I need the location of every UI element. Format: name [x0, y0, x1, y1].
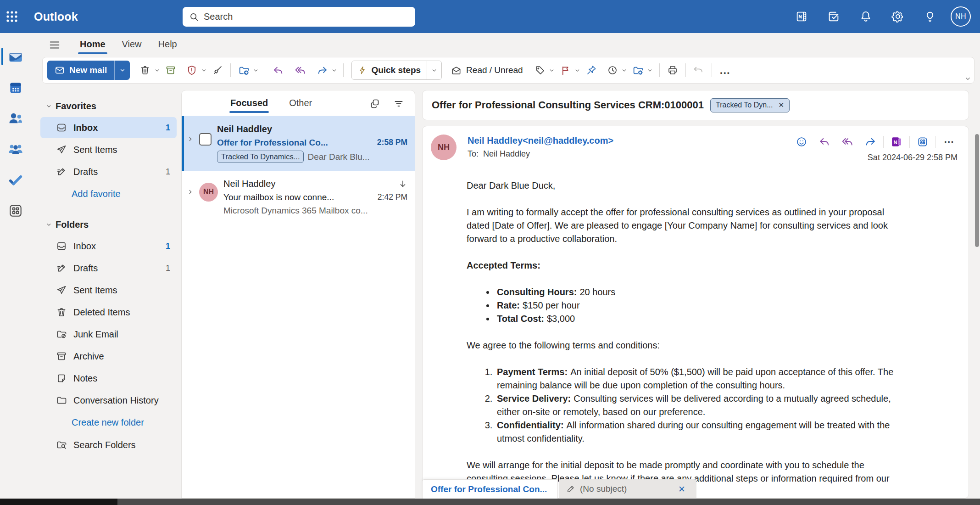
- tab-focused[interactable]: Focused: [229, 92, 269, 114]
- rail-mail-button[interactable]: [0, 41, 31, 72]
- bell-icon: [859, 10, 872, 23]
- to-recipient[interactable]: Neil Haddley: [483, 149, 530, 159]
- rail-people-button[interactable]: [0, 103, 31, 134]
- tracked-to-dynamics-badge[interactable]: Tracked To Dyn... ✕: [710, 98, 790, 112]
- app-launcher-button[interactable]: [0, 0, 24, 33]
- reply-all-button[interactable]: [291, 60, 309, 80]
- add-favorite-link[interactable]: Add favorite: [31, 183, 121, 205]
- favorite-sent-items[interactable]: Sent Items: [40, 139, 177, 160]
- reply-button[interactable]: [813, 133, 836, 151]
- rules-dropdown[interactable]: [645, 60, 655, 80]
- message-time: 2:58 PM: [373, 138, 407, 147]
- term-item: Rate:$150 per hour: [495, 299, 894, 312]
- expand-chevron-icon[interactable]: [185, 136, 195, 142]
- draft-tab-no-subject[interactable]: (No subject) ✕: [559, 479, 696, 499]
- search-folder-icon: [56, 439, 67, 450]
- vertical-scrollbar-thumb[interactable]: [975, 134, 979, 247]
- folder-junk-email[interactable]: Junk Email: [40, 324, 177, 345]
- read-unread-button[interactable]: Read / Unread: [445, 60, 529, 80]
- archive-button[interactable]: [162, 60, 179, 80]
- rail-more-apps-button[interactable]: [0, 195, 31, 226]
- favorites-header[interactable]: Favorites: [31, 96, 181, 116]
- forward-dropdown[interactable]: [329, 60, 339, 80]
- tips-button[interactable]: [914, 0, 946, 33]
- move-to-dropdown[interactable]: [251, 60, 261, 80]
- search-folders[interactable]: Search Folders: [40, 434, 177, 455]
- sweep-button[interactable]: [209, 60, 226, 80]
- more-commands-button[interactable]: …: [716, 60, 734, 80]
- expand-chevron-icon[interactable]: [185, 189, 195, 195]
- forward-button[interactable]: [859, 133, 882, 151]
- report-button[interactable]: [183, 60, 200, 80]
- reply-button[interactable]: [269, 60, 287, 80]
- more-actions-button[interactable]: ⋯: [937, 133, 960, 151]
- reply-all-button[interactable]: [836, 133, 859, 151]
- select-messages-button[interactable]: [366, 95, 384, 112]
- delete-button[interactable]: [136, 60, 154, 80]
- close-draft-icon[interactable]: ✕: [674, 482, 689, 496]
- new-mail-dropdown[interactable]: [114, 61, 130, 80]
- quick-steps-dropdown[interactable]: [427, 61, 441, 79]
- tab-other[interactable]: Other: [288, 92, 313, 114]
- rail-calendar-button[interactable]: [0, 72, 31, 103]
- draft-tab-offer[interactable]: Offer for Professional Con...: [422, 479, 558, 499]
- tab-home[interactable]: Home: [72, 34, 114, 56]
- reading-pane: NH Neil Haddley<neil@haddley.com> To: Ne…: [422, 126, 969, 499]
- rail-todo-button[interactable]: [0, 164, 31, 195]
- print-button[interactable]: [664, 60, 681, 80]
- folder-inbox[interactable]: Inbox 1: [40, 236, 177, 257]
- quick-steps-button[interactable]: Quick steps: [352, 61, 427, 79]
- snooze-dropdown[interactable]: [619, 60, 629, 80]
- delete-dropdown[interactable]: [152, 60, 162, 80]
- message-row-mailbox-connected[interactable]: NH Neil Haddley Your mailbox is now conn…: [182, 171, 415, 224]
- todo-day-button[interactable]: [818, 0, 850, 33]
- tab-view[interactable]: View: [114, 34, 150, 56]
- forward-button[interactable]: [313, 60, 331, 80]
- sender-address[interactable]: Neil Haddley<neil@haddley.com>: [468, 135, 613, 146]
- message-checkbox[interactable]: [199, 133, 212, 146]
- folder-deleted-items[interactable]: Deleted Items: [40, 302, 177, 323]
- close-icon[interactable]: ✕: [778, 101, 784, 109]
- settings-button[interactable]: [882, 0, 914, 33]
- onenote-send-button[interactable]: N: [885, 133, 908, 151]
- report-dropdown[interactable]: [199, 60, 209, 80]
- folders-header[interactable]: Folders: [31, 215, 181, 235]
- categorize-dropdown[interactable]: [547, 60, 557, 80]
- paragraph: I am writing to formally accept the offe…: [467, 206, 894, 246]
- folder-conversation-history[interactable]: Conversation History: [40, 390, 177, 411]
- onenote-feed-button[interactable]: [785, 0, 818, 33]
- read-envelope-icon: [451, 65, 462, 76]
- folder-notes[interactable]: Notes: [40, 368, 177, 389]
- categorize-button[interactable]: [531, 60, 549, 80]
- account-avatar[interactable]: NH: [946, 0, 975, 33]
- apps-button[interactable]: [911, 133, 934, 151]
- search-box[interactable]: [183, 7, 415, 27]
- move-to-button[interactable]: [235, 60, 252, 80]
- rail-selection-indicator: [1, 48, 3, 65]
- favorite-inbox[interactable]: Inbox 1: [40, 117, 177, 138]
- tab-help[interactable]: Help: [150, 34, 185, 56]
- flag-button[interactable]: [557, 60, 574, 80]
- add-reaction-button[interactable]: [790, 133, 813, 151]
- notifications-button[interactable]: [850, 0, 882, 33]
- undo-button[interactable]: [690, 60, 707, 80]
- chevron-down-icon: [331, 67, 337, 73]
- create-new-folder-link[interactable]: Create new folder: [31, 412, 144, 433]
- new-mail-button[interactable]: New mail: [47, 61, 114, 80]
- snooze-button[interactable]: [604, 60, 621, 80]
- folder-sent-items[interactable]: Sent Items: [40, 280, 177, 301]
- rail-groups-button[interactable]: [0, 134, 31, 164]
- collapse-ribbon-button[interactable]: [964, 75, 971, 82]
- tracked-badge[interactable]: Tracked To Dynamics...: [217, 151, 304, 163]
- flag-dropdown[interactable]: [573, 60, 583, 80]
- folder-drafts[interactable]: Drafts 1: [40, 258, 177, 279]
- nav-pane-toggle-button[interactable]: [44, 36, 65, 54]
- favorite-drafts[interactable]: Drafts 1: [40, 161, 177, 182]
- pin-button[interactable]: [583, 60, 600, 80]
- filter-button[interactable]: [390, 95, 407, 112]
- sender-avatar[interactable]: NH: [431, 135, 457, 160]
- folder-archive[interactable]: Archive: [40, 346, 177, 367]
- search-input[interactable]: [204, 11, 415, 22]
- rules-button[interactable]: [629, 60, 647, 80]
- message-row-offer[interactable]: Neil Haddley Offer for Professional Co..…: [182, 116, 415, 171]
